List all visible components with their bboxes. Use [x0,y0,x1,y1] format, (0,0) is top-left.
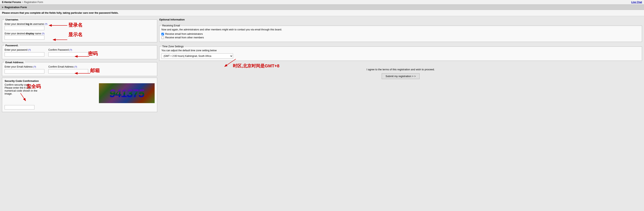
arrow-security [20,92,32,102]
admin-email-row: Receive email from administrators [162,32,640,35]
arrow-timezone [223,58,237,70]
receiving-email-legend: Receiving Email [162,24,181,27]
email-field-group: Enter your Email Address (?) [4,65,44,73]
login-help-link[interactable]: (?) [44,23,47,25]
login-field-group: Enter your desired log in username (?) 登… [4,23,155,30]
admin-email-label: Receive email from administrators [165,32,203,35]
alert-bar: Please ensure that you complete all the … [0,10,644,16]
security-right: 941375 [99,83,155,103]
arrow-display [52,38,68,42]
email-fields-row: Enter your Email Address (?) Confirm Ema… [4,65,155,73]
confirm-email-label: Confirm Email Address (?) [48,65,88,68]
arrow-email [74,71,91,75]
login-username-input[interactable] [4,26,44,30]
confirm-email-help[interactable]: (?) [74,66,77,68]
username-legend: Username: [4,18,20,21]
email-label: Enter your Email Address (?) [4,65,44,68]
arrow-password [74,54,90,58]
annotation-email: 邮箱 [90,67,100,74]
confirm-password-label: Confirm Password (?) [48,48,88,51]
email-section: Email Address: Enter your Email Address … [2,61,157,76]
password-label: Enter your password (?) [4,48,44,51]
display-field-label: Enter your desired display name (?) 显示名 [4,32,155,35]
password-help-link[interactable]: (?) [28,49,31,51]
annotation-timezone: 时区,北京时间是GMT+8 [233,63,280,69]
receiving-email-desc: Now and again, the administrators and ot… [162,28,640,31]
security-desc3: numerical code shown in the [4,89,95,92]
section-arrow-icon: ▶ [2,6,4,8]
breadcrumb-sep: > [22,1,23,3]
main-layout: Username: Enter your desired log in user… [0,16,644,114]
arrow-login [48,23,68,28]
member-email-label: Receive email from other members [165,36,204,39]
security-left: Confirm security code Please enter the 6… [4,83,95,109]
email-legend: Email Address: [4,61,25,64]
section-header: ▶ Registration Form [0,4,644,10]
email-fieldset: Email Address: Enter your Email Address … [2,61,157,76]
display-field-group: Enter your desired display name (?) 显示名 [4,32,155,40]
email-input[interactable] [4,69,44,73]
username-fieldset: Username: Enter your desired log in user… [2,18,157,42]
timezone-desc: You can adjust the default time zone set… [162,49,640,52]
site-logo[interactable]: E-Hentai Forums [2,1,21,3]
confirm-password-help[interactable]: (?) [70,49,72,51]
password-legend: Password: [4,44,19,47]
username-section: Username: Enter your desired log in user… [2,18,157,42]
receiving-email-fieldset: Receiving Email Now and again, the admin… [159,24,642,42]
annotation-security: 安全码 [26,83,41,90]
annotation-login-name: 登录名 [68,22,82,28]
timezone-select[interactable]: (GMT - 12:00 hours) Baker Island, Howlan… [162,53,233,59]
password-field-group: Enter your password (?) [4,48,44,57]
section-title: Registration Form [4,6,27,9]
breadcrumb-page: Registration Form [24,1,43,3]
security-input-area [4,105,95,109]
password-fields-row: Enter your password (?) Confirm Password… [4,48,155,57]
timezone-legend: Time Zone Settings [162,45,184,48]
top-bar: E-Hentai Forums > Registration Form Live… [0,0,644,4]
security-desc4: image. [4,92,95,95]
security-title: Security Code Confirmation [4,79,155,82]
password-input[interactable] [4,52,44,57]
captcha-image: 941375 [99,83,155,103]
security-desc1: Confirm security code [4,83,95,86]
svg-line-4 [20,93,26,101]
password-section: Password: Enter your password (?) Confir… [2,44,157,59]
annotation-display-name: 显示名 [68,31,82,38]
security-code-input[interactable] [4,105,34,109]
display-help-link[interactable]: (?) [42,32,44,35]
login-field-label: Enter your desired log in username (?) 登… [4,23,155,25]
breadcrumb: E-Hentai Forums > Registration Form [2,1,43,3]
timezone-section-wrap: Time Zone Settings You can adjust the de… [159,45,642,62]
password-fieldset: Password: Enter your password (?) Confir… [2,44,157,59]
security-box: Security Code Confirmation Confirm secur… [2,78,157,112]
svg-line-5 [225,59,236,66]
security-desc2: Please enter the 6 digit [4,86,95,89]
submit-registration-button[interactable]: Submit my registration > > [382,73,420,79]
email-help-link[interactable]: (?) [34,66,36,68]
security-layout: Confirm security code Please enter the 6… [4,83,155,109]
member-email-checkbox[interactable] [162,36,164,39]
right-column: Optional Information Receiving Email Now… [157,18,642,81]
optional-title: Optional Information [159,18,642,21]
left-column: Username: Enter your desired log in user… [2,18,157,112]
display-name-input[interactable] [4,35,44,40]
member-email-row: Receive email from other members [162,36,640,39]
captcha-text: 941375 [109,87,145,100]
security-section: Security Code Confirmation Confirm secur… [2,78,157,112]
livechat-link[interactable]: Live Chat [631,1,642,3]
admin-email-checkbox[interactable] [162,33,164,35]
